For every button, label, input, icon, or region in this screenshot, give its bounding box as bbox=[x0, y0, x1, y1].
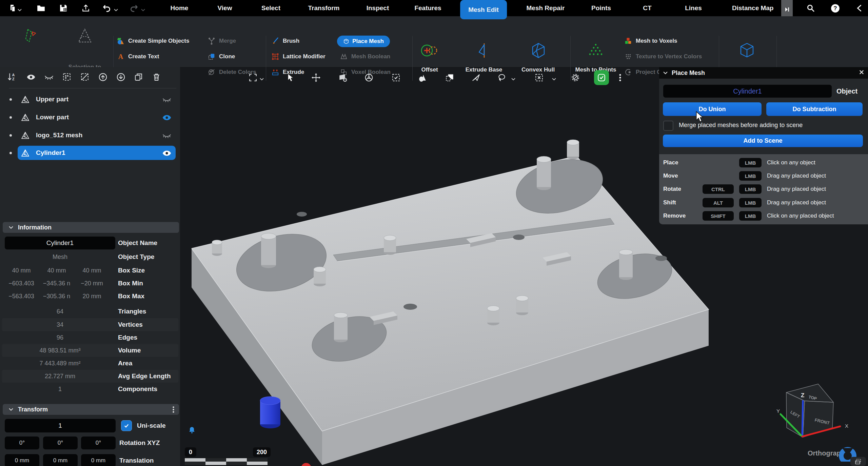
menu-distance-map[interactable]: Distance Map bbox=[732, 0, 773, 16]
select-cursor-icon[interactable] bbox=[285, 72, 296, 83]
brush-button[interactable]: Brush bbox=[271, 36, 299, 46]
uni-scale-checkbox[interactable] bbox=[121, 420, 132, 431]
scene-item-lower-part[interactable]: Lower part bbox=[0, 111, 180, 124]
volume-select-icon[interactable] bbox=[417, 72, 428, 83]
chevron-down-icon bbox=[663, 72, 668, 75]
move-down-icon[interactable] bbox=[116, 72, 126, 82]
axis-x-label: X bbox=[845, 423, 848, 429]
translation-x-input[interactable]: 0 mm bbox=[5, 454, 39, 466]
clip-plane-icon[interactable] bbox=[337, 72, 348, 83]
create-simple-objects-button[interactable]: Create Simple Objects bbox=[117, 36, 189, 46]
layers-overlay-icon[interactable] bbox=[850, 457, 866, 466]
new-file-icon[interactable] bbox=[7, 3, 18, 13]
menu-lines[interactable]: Lines bbox=[685, 0, 702, 16]
menu-inspect[interactable]: Inspect bbox=[367, 0, 389, 16]
rotation-x-input[interactable]: 0° bbox=[5, 437, 39, 449]
notifications-button[interactable] bbox=[184, 422, 200, 438]
scale-input[interactable]: 1 bbox=[5, 419, 116, 432]
menu-select[interactable]: Select bbox=[261, 0, 280, 16]
chevron-down-icon bbox=[9, 408, 13, 411]
place-mesh-header[interactable]: Place Mesh bbox=[659, 67, 868, 79]
fit-view-chevron-icon[interactable] bbox=[260, 76, 264, 79]
deselect-all-icon[interactable] bbox=[80, 72, 90, 82]
optimize-icon[interactable] bbox=[739, 42, 755, 58]
lasso-select-icon[interactable] bbox=[496, 72, 507, 83]
mesh-to-points-icon[interactable] bbox=[587, 43, 604, 58]
menu-features[interactable]: Features bbox=[414, 0, 441, 16]
menu-home[interactable]: Home bbox=[171, 0, 189, 16]
rotation-z-input[interactable]: 0° bbox=[81, 437, 116, 449]
show-eye-icon[interactable] bbox=[26, 72, 36, 82]
add-to-scene-button[interactable]: Add to Scene bbox=[663, 135, 863, 147]
transform-menu-icon[interactable] bbox=[173, 406, 174, 414]
offset-icon[interactable] bbox=[419, 43, 440, 58]
translation-z-input[interactable]: 0 mm bbox=[81, 454, 116, 466]
confirm-icon[interactable] bbox=[594, 70, 609, 85]
visibility-toggle-hidden[interactable] bbox=[162, 95, 172, 104]
help-icon[interactable]: ? bbox=[830, 3, 840, 13]
navigate-wheel-icon[interactable] bbox=[363, 72, 374, 83]
menu-points[interactable]: Points bbox=[591, 0, 611, 16]
place-mesh-button[interactable]: Place Mesh bbox=[337, 36, 390, 47]
menu-mesh-repair[interactable]: Mesh Repair bbox=[527, 0, 565, 16]
fit-view-icon[interactable] bbox=[248, 72, 258, 83]
segment-mesh-icon[interactable] bbox=[23, 27, 38, 44]
new-file-chevron-icon[interactable] bbox=[18, 7, 22, 10]
divider bbox=[9, 88, 176, 88]
visibility-toggle-visible[interactable] bbox=[162, 148, 172, 158]
close-icon[interactable] bbox=[859, 69, 865, 77]
bell-icon bbox=[188, 426, 196, 434]
open-file-icon[interactable] bbox=[36, 3, 46, 13]
lattice-modifier-button[interactable]: Lattice Modifier bbox=[271, 52, 326, 62]
do-subtraction-button[interactable]: Do Subtraction bbox=[766, 102, 863, 116]
area-value: 7 443.489 mm² bbox=[5, 357, 115, 370]
polygon-select-icon[interactable] bbox=[471, 72, 481, 83]
create-text-button[interactable]: A Create Text bbox=[117, 52, 159, 62]
visibility-toggle-hidden[interactable] bbox=[162, 131, 172, 140]
clear-selection-chevron-icon[interactable] bbox=[552, 76, 556, 79]
menu-view[interactable]: View bbox=[218, 0, 232, 16]
placed-cylinder[interactable] bbox=[260, 397, 280, 428]
place-object-input[interactable]: Cylinder1 bbox=[663, 85, 832, 98]
undo-icon[interactable] bbox=[102, 3, 112, 13]
scene-item-logo-512-mesh[interactable]: logo_512 mesh bbox=[0, 129, 180, 142]
trash-icon[interactable] bbox=[151, 72, 161, 82]
lasso-select-chevron-icon[interactable] bbox=[511, 76, 515, 79]
move-up-icon[interactable] bbox=[98, 72, 108, 82]
redo-chevron-icon[interactable] bbox=[141, 7, 145, 10]
clear-selection-icon[interactable] bbox=[534, 72, 545, 83]
back-icon[interactable] bbox=[854, 3, 865, 13]
export-icon[interactable] bbox=[81, 3, 91, 13]
hide-eye-icon[interactable] bbox=[44, 72, 54, 82]
select-all-icon[interactable] bbox=[62, 72, 72, 82]
merge-before-adding-checkbox[interactable] bbox=[663, 121, 673, 131]
convex-hull-icon[interactable] bbox=[531, 42, 546, 59]
translation-y-input[interactable]: 0 mm bbox=[43, 454, 78, 466]
transform-header[interactable]: Transform bbox=[3, 404, 179, 415]
information-header[interactable]: Information bbox=[3, 222, 179, 233]
menu-mesh-edit[interactable]: Mesh Edit bbox=[460, 0, 507, 19]
sort-az-icon[interactable]: AZ bbox=[7, 72, 17, 82]
more-options-icon[interactable] bbox=[615, 72, 626, 83]
no-selection-icon[interactable] bbox=[570, 72, 581, 83]
copy-selection-icon[interactable] bbox=[444, 72, 455, 83]
extrude-base-icon[interactable] bbox=[476, 42, 492, 59]
clone-button[interactable]: Clone bbox=[208, 52, 235, 62]
marquee-select-icon[interactable] bbox=[391, 72, 401, 83]
do-union-button[interactable]: Do Union bbox=[663, 102, 762, 116]
redo-icon[interactable] bbox=[129, 3, 139, 13]
scene-item-cylinder1[interactable]: Cylinder1 bbox=[0, 146, 180, 160]
object-name-input[interactable]: Cylinder1 bbox=[5, 237, 115, 249]
duplicate-icon[interactable] bbox=[133, 72, 143, 82]
rotation-y-input[interactable]: 0° bbox=[43, 437, 78, 449]
save-icon[interactable] bbox=[58, 3, 68, 13]
mesh-to-voxels-button[interactable]: Mesh to Voxels bbox=[624, 36, 677, 46]
move-icon[interactable] bbox=[311, 72, 321, 83]
search-icon[interactable] bbox=[806, 3, 816, 13]
undo-chevron-icon[interactable] bbox=[114, 7, 118, 10]
menu-ct[interactable]: CT bbox=[643, 0, 651, 16]
menu-transform[interactable]: Transform bbox=[308, 0, 340, 16]
clone-icon bbox=[208, 53, 216, 61]
visibility-toggle-visible[interactable] bbox=[162, 113, 172, 122]
scene-item-upper-part[interactable]: Upper part bbox=[0, 93, 180, 106]
